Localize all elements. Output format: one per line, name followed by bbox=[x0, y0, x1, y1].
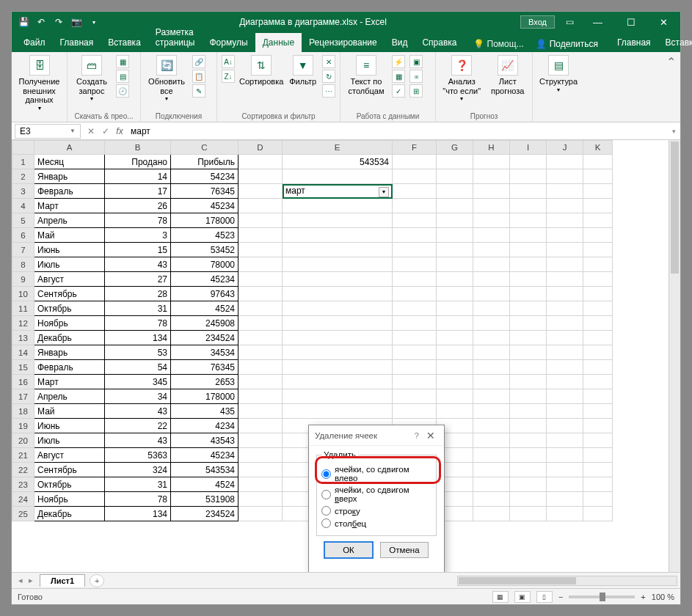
cell[interactable] bbox=[510, 257, 547, 272]
cell[interactable] bbox=[510, 199, 547, 213]
cell[interactable] bbox=[283, 199, 393, 213]
cell[interactable]: 54234 bbox=[171, 169, 238, 184]
cell[interactable]: Октябрь bbox=[34, 301, 105, 316]
cell[interactable] bbox=[238, 404, 283, 419]
row-header[interactable]: 16 bbox=[12, 375, 34, 389]
cell[interactable]: 78 bbox=[105, 213, 171, 228]
cell[interactable]: 134 bbox=[105, 507, 171, 521]
cell[interactable] bbox=[510, 404, 547, 419]
cell[interactable]: Август bbox=[34, 448, 105, 463]
cell[interactable] bbox=[583, 360, 613, 375]
cell[interactable] bbox=[238, 389, 283, 404]
col-header-E[interactable]: E bbox=[283, 141, 393, 155]
tab-3[interactable]: Формулы bbox=[202, 33, 255, 52]
cell[interactable]: 178000 bbox=[171, 389, 238, 404]
cell[interactable] bbox=[510, 507, 547, 521]
cell[interactable] bbox=[238, 419, 283, 433]
option-shift-up[interactable]: ячейки, со сдвигом вверх bbox=[321, 484, 431, 505]
cell[interactable] bbox=[437, 345, 473, 360]
sort-desc-icon[interactable]: Z↓ bbox=[222, 70, 235, 83]
radio-column[interactable] bbox=[321, 518, 331, 528]
cell[interactable] bbox=[473, 316, 510, 331]
cell[interactable]: 78 bbox=[105, 492, 171, 507]
name-box[interactable]: E3 ▼ bbox=[15, 124, 81, 139]
namebox-dropdown-icon[interactable]: ▼ bbox=[70, 128, 76, 134]
cell[interactable] bbox=[283, 301, 393, 316]
cell[interactable] bbox=[583, 257, 613, 272]
cell[interactable]: 4524 bbox=[171, 477, 238, 492]
cell[interactable] bbox=[473, 477, 510, 492]
outline-button[interactable]: ▤Структура▾ bbox=[537, 55, 580, 93]
vertical-scrollbar[interactable] bbox=[669, 140, 680, 572]
maximize-button[interactable]: ☐ bbox=[614, 12, 647, 32]
clear-filter-icon[interactable]: ✕ bbox=[322, 55, 335, 68]
cell[interactable] bbox=[510, 463, 547, 477]
row-header[interactable]: 1 bbox=[12, 155, 34, 169]
col-header-D[interactable]: D bbox=[238, 141, 283, 155]
cell[interactable] bbox=[547, 301, 583, 316]
cell[interactable]: 43 bbox=[105, 404, 171, 419]
connections-icon[interactable]: 🔗 bbox=[192, 55, 205, 68]
tab-Вставка[interactable]: Вставка bbox=[658, 33, 692, 52]
cell[interactable]: Сентябрь bbox=[34, 287, 105, 301]
row-header[interactable]: 3 bbox=[12, 184, 34, 199]
tab-4[interactable]: Данные bbox=[255, 33, 302, 52]
cell[interactable] bbox=[583, 316, 613, 331]
cell[interactable] bbox=[510, 316, 547, 331]
tab-0[interactable]: Главная bbox=[53, 33, 101, 52]
cell[interactable]: 27 bbox=[105, 272, 171, 287]
cell[interactable]: Ноябрь bbox=[34, 492, 105, 507]
cell[interactable] bbox=[510, 213, 547, 228]
row-header[interactable]: 9 bbox=[12, 272, 34, 287]
cell[interactable] bbox=[437, 243, 473, 257]
cell[interactable]: Июль bbox=[34, 433, 105, 448]
cell[interactable]: Июль bbox=[34, 257, 105, 272]
cell[interactable] bbox=[393, 184, 437, 199]
cell[interactable] bbox=[547, 419, 583, 433]
cell[interactable] bbox=[393, 228, 437, 243]
dialog-help-icon[interactable]: ? bbox=[410, 431, 423, 440]
row-header[interactable]: 7 bbox=[12, 243, 34, 257]
cell[interactable] bbox=[473, 492, 510, 507]
col-header-I[interactable]: I bbox=[510, 141, 547, 155]
cell[interactable] bbox=[583, 301, 613, 316]
cell[interactable] bbox=[283, 228, 393, 243]
cell[interactable] bbox=[393, 389, 437, 404]
cell[interactable] bbox=[547, 375, 583, 389]
cell[interactable] bbox=[393, 257, 437, 272]
cell[interactable]: Март bbox=[34, 199, 105, 213]
radio-shift-left[interactable] bbox=[321, 469, 331, 479]
cell[interactable] bbox=[238, 155, 283, 169]
tab-5[interactable]: Рецензирование bbox=[302, 33, 385, 52]
select-all-corner[interactable] bbox=[12, 141, 34, 155]
tab-file[interactable]: Файл bbox=[16, 33, 53, 52]
cell[interactable]: Прибыль bbox=[171, 155, 238, 169]
cell[interactable] bbox=[473, 155, 510, 169]
edit-links-icon[interactable]: ✎ bbox=[192, 84, 205, 98]
cell[interactable]: 5363 bbox=[105, 448, 171, 463]
cell[interactable]: Ноябрь bbox=[34, 316, 105, 331]
cell[interactable] bbox=[583, 199, 613, 213]
from-table-icon[interactable]: ▤ bbox=[116, 70, 129, 83]
cell[interactable] bbox=[437, 169, 473, 184]
cell[interactable] bbox=[393, 316, 437, 331]
cell[interactable] bbox=[473, 375, 510, 389]
cell[interactable] bbox=[583, 228, 613, 243]
cell[interactable] bbox=[547, 492, 583, 507]
cell[interactable] bbox=[283, 243, 393, 257]
row-header[interactable]: 18 bbox=[12, 404, 34, 419]
sheet-prev-icon[interactable]: ◂ bbox=[16, 576, 25, 585]
row-header[interactable]: 20 bbox=[12, 433, 34, 448]
undo-icon[interactable]: ↶ bbox=[35, 16, 47, 28]
sheet-next-icon[interactable]: ▸ bbox=[26, 576, 35, 585]
cell[interactable]: 2653 bbox=[171, 375, 238, 389]
row-header[interactable]: 19 bbox=[12, 419, 34, 433]
cell[interactable]: 14 bbox=[105, 169, 171, 184]
zoom-slider[interactable] bbox=[569, 595, 635, 598]
cell[interactable]: 543534 bbox=[283, 155, 393, 169]
cell[interactable] bbox=[547, 228, 583, 243]
cell[interactable] bbox=[437, 301, 473, 316]
cell[interactable] bbox=[437, 228, 473, 243]
cell[interactable] bbox=[238, 169, 283, 184]
cell[interactable] bbox=[283, 272, 393, 287]
